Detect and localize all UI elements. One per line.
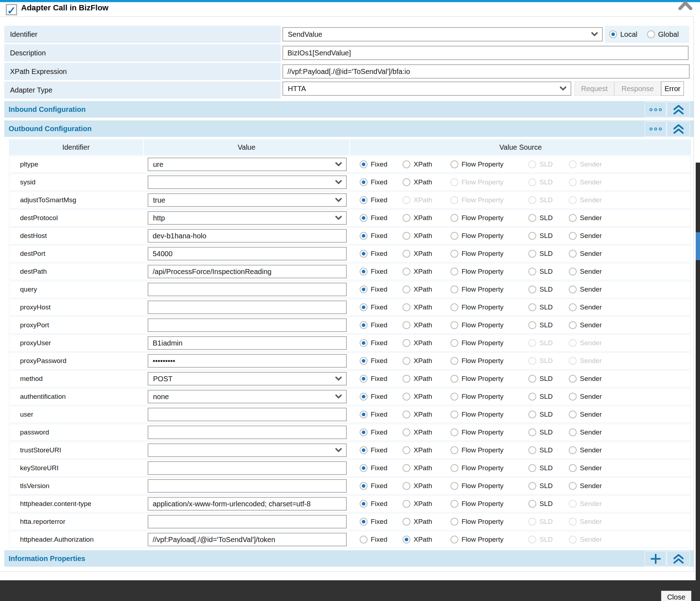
value-select-sysid[interactable] (148, 175, 347, 189)
radio-sender[interactable] (569, 375, 577, 383)
radio-xpath[interactable] (403, 178, 410, 186)
radio-fixed[interactable] (360, 214, 368, 222)
radio-fixed[interactable] (360, 518, 368, 526)
value-input-proxyuser[interactable] (148, 336, 347, 350)
value-select-truststoreuri[interactable] (148, 443, 347, 457)
value-select-authentification[interactable]: none (148, 390, 347, 403)
radio-xpath[interactable] (403, 339, 410, 347)
radio-sld[interactable] (528, 482, 536, 490)
description-input[interactable] (282, 46, 689, 60)
radio-fixed[interactable] (360, 357, 368, 365)
radio-fixed[interactable] (360, 411, 368, 418)
radio-sender[interactable] (569, 482, 577, 490)
radio-flow-property[interactable] (450, 285, 458, 293)
value-input-htta-reporterror[interactable] (148, 515, 347, 528)
close-button[interactable]: Close (661, 591, 691, 601)
page-scrollbar-track[interactable] (696, 163, 700, 580)
radio-flow-property[interactable] (450, 232, 458, 240)
radio-fixed[interactable] (360, 428, 368, 436)
value-select-destprotocol[interactable]: http (148, 211, 347, 225)
radio-xpath[interactable] (403, 160, 410, 168)
radio-sld[interactable] (528, 411, 536, 418)
radio-sld[interactable] (528, 250, 536, 258)
value-input-httpheader-content-type[interactable] (148, 497, 347, 511)
value-input-query[interactable] (148, 283, 347, 296)
global-radio[interactable] (647, 30, 655, 38)
identifier-select[interactable]: SendValue (282, 27, 603, 41)
radio-xpath[interactable] (403, 500, 410, 508)
value-input-password[interactable] (148, 426, 347, 439)
radio-xpath[interactable] (403, 428, 410, 436)
radio-fixed[interactable] (360, 303, 368, 311)
radio-fixed[interactable] (360, 482, 368, 490)
radio-xpath[interactable] (403, 321, 410, 329)
radio-xpath[interactable] (403, 214, 410, 222)
radio-sld[interactable] (528, 375, 536, 383)
radio-flow-property[interactable] (450, 518, 458, 526)
radio-xpath[interactable] (403, 285, 410, 293)
radio-flow-property[interactable] (450, 321, 458, 329)
radio-fixed[interactable] (360, 375, 368, 383)
radio-xpath[interactable] (403, 232, 410, 240)
value-input-tlsversion[interactable] (148, 479, 347, 493)
radio-fixed[interactable] (360, 268, 368, 275)
information-collapse-button[interactable] (667, 551, 690, 566)
radio-fixed[interactable] (360, 321, 368, 329)
adapter-type-select[interactable]: HTTA (282, 81, 571, 96)
radio-sld[interactable] (528, 393, 536, 401)
radio-flow-property[interactable] (450, 375, 458, 383)
radio-xpath[interactable] (403, 250, 410, 258)
radio-flow-property[interactable] (450, 411, 458, 418)
value-select-pltype[interactable]: ure (148, 158, 347, 171)
radio-sender[interactable] (569, 268, 577, 275)
outbound-more-button[interactable] (645, 121, 666, 136)
radio-sld[interactable] (528, 214, 536, 222)
radio-sld[interactable] (528, 303, 536, 311)
radio-sender[interactable] (569, 411, 577, 418)
radio-fixed[interactable] (360, 500, 368, 508)
radio-fixed[interactable] (360, 250, 368, 258)
radio-fixed[interactable] (360, 285, 368, 293)
radio-sender[interactable] (569, 250, 577, 258)
title-checkbox[interactable]: ✓ (6, 4, 17, 15)
value-input-destpath[interactable] (148, 265, 347, 278)
radio-xpath[interactable] (403, 518, 410, 526)
radio-xpath[interactable] (403, 375, 410, 383)
radio-fixed[interactable] (360, 232, 368, 240)
radio-flow-property[interactable] (450, 464, 458, 472)
radio-flow-property[interactable] (450, 357, 458, 365)
xpath-input[interactable] (282, 64, 690, 79)
value-input-httpheader-authorization[interactable] (148, 533, 347, 546)
radio-xpath[interactable] (403, 464, 410, 472)
radio-flow-property[interactable] (450, 428, 458, 436)
radio-fixed[interactable] (360, 196, 368, 204)
radio-flow-property[interactable] (450, 160, 458, 168)
radio-sld[interactable] (528, 268, 536, 275)
outbound-collapse-button[interactable] (667, 121, 690, 136)
value-input-desthost[interactable] (148, 229, 347, 243)
radio-sender[interactable] (569, 321, 577, 329)
radio-sender[interactable] (569, 214, 577, 222)
error-button[interactable]: Error (661, 81, 684, 96)
radio-flow-property[interactable] (450, 446, 458, 454)
radio-sender[interactable] (569, 428, 577, 436)
radio-flow-property[interactable] (450, 393, 458, 401)
value-input-keystoreuri[interactable] (148, 461, 347, 475)
radio-sld[interactable] (528, 232, 536, 240)
value-select-adjusttosmartmsg[interactable]: true (148, 193, 347, 207)
radio-fixed[interactable] (360, 393, 368, 401)
value-input-proxyhost[interactable] (148, 300, 347, 314)
radio-sld[interactable] (528, 500, 536, 508)
radio-flow-property[interactable] (450, 268, 458, 275)
radio-flow-property[interactable] (450, 500, 458, 508)
inbound-more-button[interactable] (645, 102, 666, 117)
radio-xpath[interactable] (403, 357, 410, 365)
radio-xpath[interactable] (403, 303, 410, 311)
radio-sender[interactable] (569, 393, 577, 401)
radio-fixed[interactable] (360, 464, 368, 472)
radio-flow-property[interactable] (450, 339, 458, 347)
radio-flow-property[interactable] (450, 214, 458, 222)
radio-sld[interactable] (528, 428, 536, 436)
radio-sld[interactable] (528, 285, 536, 293)
radio-fixed[interactable] (360, 536, 368, 543)
